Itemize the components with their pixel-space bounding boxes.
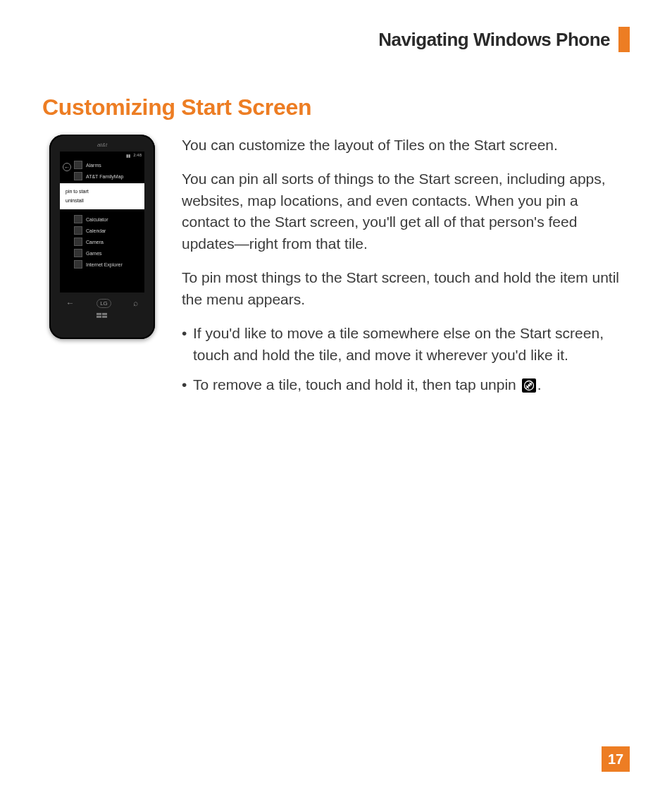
manual-page: Navigating Windows Phone Customizing Sta… (0, 0, 672, 807)
status-time: 2:48 (133, 153, 142, 158)
back-arrow-icon: ← (63, 163, 71, 171)
app-icon (74, 238, 82, 246)
app-label: Camera (86, 240, 104, 245)
bullet-item: If you'd like to move a tile somewhere e… (182, 323, 630, 366)
menu-item-uninstall: uninstall (66, 197, 139, 206)
bullet-list: If you'd like to move a tile somewhere e… (182, 323, 630, 395)
svg-rect-3 (102, 316, 107, 318)
app-label: Internet Explorer (86, 262, 123, 267)
app-icon (74, 226, 82, 235)
app-row: Calendar (60, 225, 144, 236)
app-label: Games (86, 251, 102, 256)
app-label: AT&T FamilyMap (86, 174, 123, 179)
status-signal-icon: ▮▮ (126, 153, 130, 158)
lg-logo: LG (97, 299, 111, 308)
phone-hardware-buttons: ← LG ⌕ (55, 298, 149, 308)
app-label: Calculator (86, 217, 108, 222)
page-number: 17 (602, 746, 630, 772)
svg-rect-1 (102, 313, 107, 315)
search-button-icon: ⌕ (133, 298, 138, 308)
app-row: Calculator (60, 214, 144, 225)
app-icon (74, 249, 82, 257)
section-title: Customizing Start Screen (42, 94, 630, 121)
phone-screen: ▮▮ 2:48 ← Alarms AT&T FamilyMap pin to s… (60, 152, 144, 292)
app-label: Calendar (86, 228, 106, 233)
paragraph: You can pin all sorts of things to the S… (182, 168, 630, 254)
bullet-item: To remove a tile, touch and hold it, the… (182, 374, 630, 395)
app-icon (74, 172, 82, 180)
svg-rect-2 (97, 316, 101, 318)
menu-item-pin: pin to start (66, 187, 139, 197)
windows-button-icon (95, 312, 109, 319)
bullet-text: To remove a tile, touch and hold it, the… (193, 376, 521, 393)
phone-illustration-column: at&t ▮▮ 2:48 ← Alarms AT&T FamilyMap pin… (42, 135, 162, 339)
page-header: Navigating Windows Phone (42, 27, 630, 52)
app-icon (74, 161, 82, 169)
paragraph: You can customize the layout of Tiles on… (182, 135, 630, 156)
app-icon (74, 215, 82, 223)
paragraph: To pin most things to the Start screen, … (182, 267, 630, 310)
app-icon (74, 260, 82, 269)
bullet-text-tail: . (537, 376, 542, 393)
svg-line-6 (526, 383, 532, 388)
chapter-title: Navigating Windows Phone (378, 29, 610, 51)
bullet-text: If you'd like to move a tile somewhere e… (193, 325, 604, 362)
status-bar: ▮▮ 2:48 (60, 152, 144, 159)
phone-carrier-label: at&t (55, 140, 149, 152)
body-text-column: You can customize the layout of Tiles on… (182, 135, 630, 404)
app-label: Alarms (86, 163, 101, 168)
app-row: AT&T FamilyMap (60, 171, 144, 182)
context-menu: pin to start uninstall (60, 183, 144, 209)
app-row: Alarms (60, 159, 144, 171)
app-row: Games (60, 247, 144, 259)
unpin-icon (522, 378, 536, 393)
app-row: Internet Explorer (60, 259, 144, 270)
header-accent-bar (618, 27, 630, 52)
app-row: Camera (60, 236, 144, 247)
content-row: at&t ▮▮ 2:48 ← Alarms AT&T FamilyMap pin… (42, 135, 630, 404)
svg-rect-0 (97, 313, 101, 315)
phone-mockup: at&t ▮▮ 2:48 ← Alarms AT&T FamilyMap pin… (49, 135, 155, 339)
back-button-icon: ← (66, 298, 75, 308)
